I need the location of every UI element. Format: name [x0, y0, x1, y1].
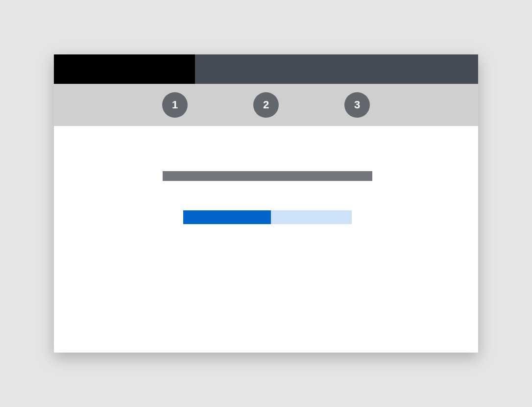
- content-area: [54, 126, 478, 353]
- step-2[interactable]: 2: [253, 92, 279, 118]
- stepper-bar: 1 2 3: [54, 84, 478, 126]
- top-bar-grey-segment: [195, 54, 478, 84]
- top-bar: [54, 54, 478, 84]
- step-3[interactable]: 3: [344, 92, 370, 118]
- heading-placeholder: [163, 171, 372, 181]
- app-window: 1 2 3: [54, 54, 478, 353]
- step-3-label: 3: [354, 99, 360, 111]
- step-2-label: 2: [263, 99, 269, 111]
- step-1[interactable]: 1: [162, 92, 188, 118]
- top-bar-dark-segment: [54, 54, 195, 84]
- progress-bar: [183, 210, 352, 224]
- progress-bar-fill: [183, 210, 271, 224]
- step-1-label: 1: [172, 99, 178, 111]
